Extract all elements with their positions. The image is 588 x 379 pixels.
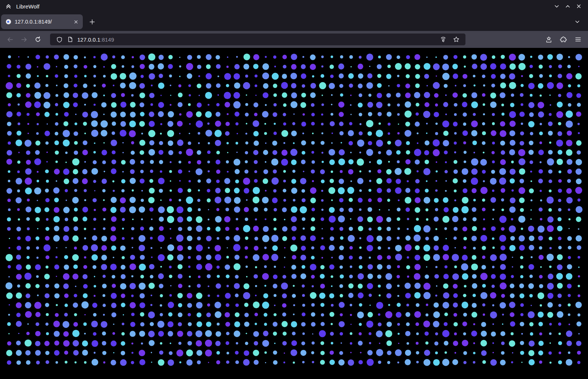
list-all-tabs-button[interactable]	[571, 15, 584, 28]
window-title: LibreWolf	[16, 3, 39, 10]
bookmark-star-icon[interactable]	[451, 36, 462, 43]
tab-bar: 127.0.0.1:8149/	[0, 13, 588, 31]
url-port: :8149	[100, 36, 114, 43]
page-content	[0, 48, 588, 379]
url-bar[interactable]: 127.0.0.1:8149	[50, 34, 465, 45]
import-bookmarks-icon[interactable]	[542, 33, 555, 46]
dot-pattern-canvas	[0, 48, 588, 379]
title-bar: LibreWolf	[0, 0, 588, 13]
browser-window: LibreWolf 127.0.0.1:8	[0, 0, 588, 379]
close-window-button[interactable]	[573, 1, 584, 11]
url-host: 127.0.0.1	[77, 36, 100, 43]
forward-button[interactable]	[18, 33, 30, 46]
page-identity-icon[interactable]	[65, 36, 76, 42]
tracking-protection-shield-icon[interactable]	[54, 36, 65, 43]
minimize-button[interactable]	[551, 1, 562, 11]
active-tab[interactable]: 127.0.0.1:8149/	[1, 14, 83, 29]
new-tab-button[interactable]	[86, 15, 98, 28]
tab-title: 127.0.0.1:8149/	[15, 19, 68, 25]
extensions-puzzle-icon[interactable]	[557, 33, 570, 46]
url-text[interactable]: 127.0.0.1:8149	[77, 36, 438, 43]
back-button[interactable]	[4, 33, 16, 46]
navigation-toolbar: 127.0.0.1:8149	[0, 31, 588, 48]
hamburger-menu-icon[interactable]	[572, 33, 584, 46]
tab-favicon-icon	[6, 19, 11, 25]
tab-close-icon[interactable]	[72, 18, 80, 26]
reload-button[interactable]	[32, 33, 44, 46]
fingerprint-protection-icon[interactable]	[438, 36, 449, 43]
double-chevron-up-icon[interactable]	[5, 3, 12, 10]
maximize-button[interactable]	[562, 1, 573, 11]
